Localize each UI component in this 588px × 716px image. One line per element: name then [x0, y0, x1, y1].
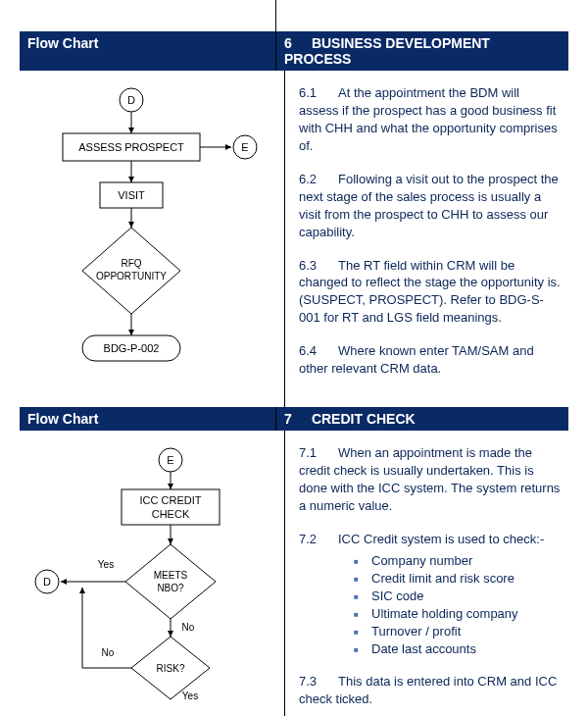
para-6-2: 6.2Following a visit out to the prospect…: [299, 171, 561, 241]
para-6-3: 6.3The RT field within CRM will be chang…: [299, 257, 561, 328]
para-6-4: 6.4Where known enter TAM/SAM and other r…: [299, 342, 561, 378]
icc-label-1: ICC CREDIT: [140, 494, 202, 506]
node-d-label-7: D: [43, 576, 51, 588]
flowchart-header-6: Flow Chart: [20, 31, 276, 71]
icc-label-2: CHECK: [152, 508, 190, 520]
para-7-3: 7.3This data is entered into CRM and ICC…: [299, 673, 561, 708]
rfq-label-1: RFQ: [121, 258, 141, 269]
list-item: Ultimate holding company: [354, 605, 561, 623]
para-7-2: 7.2ICC Credit system is used to check:-: [299, 531, 561, 548]
list-item: SIC code: [354, 588, 561, 605]
risk-label: RISK?: [157, 663, 185, 674]
list-item: Date last accounts: [354, 640, 561, 658]
section-7-title: CREDIT CHECK: [312, 411, 416, 427]
flowchart-header-7: Flow Chart: [20, 407, 276, 431]
rfq-label-2: OPPORTUNITY: [96, 271, 167, 281]
icc-check-list: Company number Credit limit and risk sco…: [299, 552, 561, 658]
para-7-1: 7.1When an appointment is made the credi…: [299, 444, 561, 515]
section-6-number: 6: [284, 35, 308, 51]
list-item: Credit limit and risk score: [354, 570, 561, 588]
section-6-title: BUSINESS DEVELOPMENT PROCESS: [284, 35, 490, 67]
meets-label-1: MEETS: [154, 570, 188, 581]
node-e-label: E: [241, 141, 248, 153]
section-6-title-bar: 6 BUSINESS DEVELOPMENT PROCESS: [276, 31, 568, 71]
section-7-title-bar: 7 CREDIT CHECK: [276, 407, 568, 431]
section-7-number: 7: [284, 411, 308, 427]
section-6-header: Flow Chart 6 BUSINESS DEVELOPMENT PROCES…: [20, 31, 568, 71]
section-7-body: E ICC CREDIT CHECK MEETS NBO? Yes: [20, 431, 568, 716]
list-item: Turnover / profit: [354, 623, 561, 640]
no-label-meets: No: [182, 622, 195, 633]
para-6-1: 6.1At the appointment the BDM will asses…: [299, 84, 561, 155]
yes-label-meets: Yes: [98, 559, 114, 570]
list-item: Company number: [354, 552, 561, 570]
section-7-header: Flow Chart 7 CREDIT CHECK: [20, 407, 568, 431]
meets-label-2: NBO?: [157, 583, 184, 593]
bdg-p-002-label: BDG-P-002: [104, 342, 160, 354]
section-7-text: 7.1When an appointment is made the credi…: [285, 431, 568, 716]
flowchart-7: E ICC CREDIT CHECK MEETS NBO? Yes: [20, 431, 284, 707]
no-label-risk: No: [102, 647, 115, 658]
flowchart-6: D ASSESS PROSPECT E VISIT: [20, 71, 284, 377]
section-6-body: D ASSESS PROSPECT E VISIT: [20, 71, 568, 407]
meets-nbo-diamond: [125, 544, 216, 619]
yes-label-risk: Yes: [182, 690, 198, 701]
section-6-text: 6.1At the appointment the BDM will asses…: [285, 71, 568, 407]
assess-prospect-label: ASSESS PROSPECT: [78, 141, 184, 153]
visit-label: VISIT: [118, 189, 145, 201]
node-d-label: D: [127, 94, 135, 106]
node-e-label-7: E: [167, 454, 173, 466]
